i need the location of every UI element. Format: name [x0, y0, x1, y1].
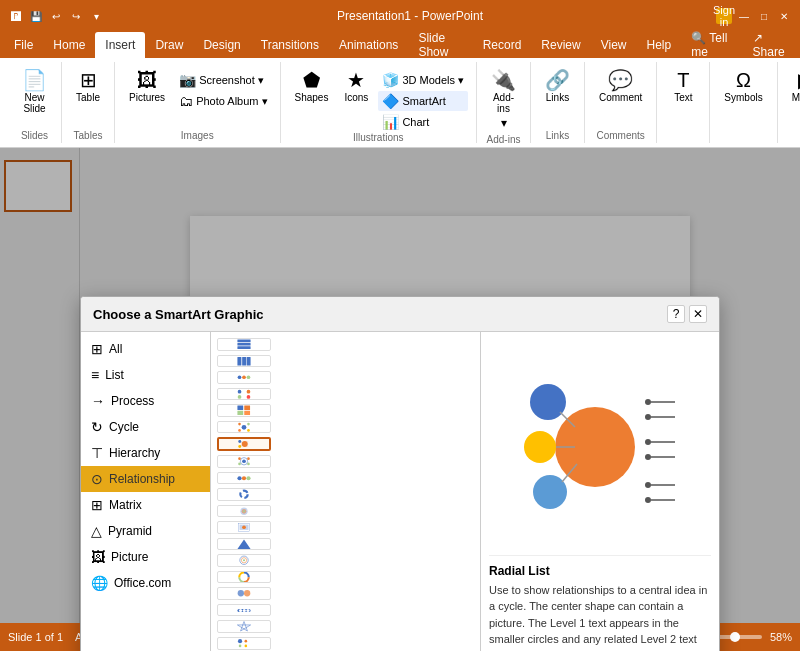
table-btn[interactable]: ⊞ Table [70, 66, 106, 107]
smartart-item-9[interactable] [217, 472, 271, 485]
icons-btn[interactable]: ★ Icons [338, 66, 374, 107]
tab-home[interactable]: Home [43, 32, 95, 58]
comment-btn[interactable]: 💬 Comment [593, 66, 648, 107]
title-bar: 🅿 💾 ↩ ↪ ▾ Presentation1 - PowerPoint Sig… [0, 0, 800, 32]
save-icon[interactable]: 💾 [28, 8, 44, 24]
cat-process[interactable]: → Process [81, 388, 210, 414]
cat-picture-icon: 🖼 [91, 549, 105, 565]
svg-rect-53 [239, 609, 242, 612]
smartart-item-13[interactable] [217, 538, 271, 551]
cat-picture[interactable]: 🖼 Picture [81, 544, 210, 570]
smartart-item-17[interactable] [217, 604, 271, 617]
svg-rect-13 [237, 406, 243, 410]
tab-help[interactable]: Help [636, 32, 681, 58]
smartart-item-18[interactable] [217, 620, 271, 633]
tab-transitions[interactable]: Transitions [251, 32, 329, 58]
tab-animations[interactable]: Animations [329, 32, 408, 58]
svg-point-45 [242, 526, 246, 530]
cat-hierarchy[interactable]: ⊤ Hierarchy [81, 440, 210, 466]
cat-relationship-icon: ⊙ [91, 471, 103, 487]
pictures-btn[interactable]: 🖼 Pictures [123, 66, 171, 107]
smartart-item-3[interactable] [217, 371, 271, 384]
smartart-btn[interactable]: 🔷 SmartArt [378, 91, 468, 111]
tab-record[interactable]: Record [473, 32, 532, 58]
cat-list[interactable]: ≡ List [81, 362, 210, 388]
new-slide-btn[interactable]: 📄 New Slide [16, 66, 53, 118]
smartart-item-4[interactable] [217, 388, 271, 401]
tab-design[interactable]: Design [193, 32, 250, 58]
dialog-close-btn[interactable]: ✕ [689, 305, 707, 323]
chart-btn[interactable]: 📊 Chart [378, 112, 468, 132]
links-btn[interactable]: 🔗 Links [539, 66, 576, 107]
smartart-item-8[interactable] [217, 455, 271, 468]
addins-group-label: Add-ins [487, 134, 521, 147]
redo-icon[interactable]: ↪ [68, 8, 84, 24]
tables-group-label: Tables [74, 130, 103, 143]
smartart-item-1[interactable] [217, 338, 271, 351]
window-controls: Sign in — □ ✕ [716, 8, 792, 24]
cat-hierarchy-icon: ⊤ [91, 445, 103, 461]
cat-cycle[interactable]: ↻ Cycle [81, 414, 210, 440]
tab-file[interactable]: File [4, 32, 43, 58]
3dmodels-btn[interactable]: 🧊 3D Models ▾ [378, 70, 468, 90]
tab-slideshow[interactable]: Slide Show [408, 32, 472, 58]
cat-officecom[interactable]: 🌐 Office.com [81, 570, 210, 596]
tab-tellme[interactable]: 🔍 Tell me [681, 32, 742, 58]
smartart-item-10[interactable] [217, 488, 271, 501]
table-icon: ⊞ [80, 70, 97, 90]
links-icon: 🔗 [545, 70, 570, 90]
smartart-item-16[interactable] [217, 587, 271, 600]
svg-rect-5 [247, 357, 251, 365]
addins-label: Add-ins [491, 92, 516, 114]
smartart-item-14[interactable] [217, 554, 271, 567]
addins-btn[interactable]: 🔌 Add-ins ▾ [485, 66, 522, 134]
tables-group-items: ⊞ Table [70, 62, 106, 130]
svg-rect-14 [244, 406, 250, 410]
svg-point-79 [645, 482, 651, 488]
media-btn[interactable]: ▶ Media [786, 66, 800, 107]
images-group-label: Images [181, 130, 214, 143]
cat-process-label: Process [111, 394, 154, 408]
smartart-item-12[interactable] [217, 521, 271, 534]
text-btn[interactable]: T Text [665, 66, 701, 107]
cat-all[interactable]: ⊞ All [81, 336, 210, 362]
cat-matrix[interactable]: ⊞ Matrix [81, 492, 210, 518]
smartart-item-15[interactable] [217, 571, 271, 584]
shapes-btn[interactable]: ⬟ Shapes [289, 66, 335, 107]
smartart-item-11[interactable] [217, 505, 271, 518]
cat-cycle-label: Cycle [109, 420, 139, 434]
preview-panel: Radial List Use to show relationships to… [481, 332, 719, 651]
ribbon-group-comments: 💬 Comment Comments [585, 62, 657, 143]
photoalbum-btn[interactable]: 🗂 Photo Album ▾ [175, 91, 271, 111]
addins-icon: 🔌 [491, 70, 516, 90]
close-btn[interactable]: ✕ [776, 8, 792, 24]
share-btn[interactable]: ↗ Share [743, 32, 796, 58]
sign-in-btn[interactable]: Sign in [716, 8, 732, 24]
smartart-item-19[interactable] [217, 637, 271, 650]
smartart-item-7[interactable] [217, 437, 271, 451]
smartart-item-2[interactable] [217, 355, 271, 368]
tab-view[interactable]: View [591, 32, 637, 58]
svg-point-42 [243, 510, 245, 512]
tab-insert[interactable]: Insert [95, 32, 145, 58]
smartart-dialog: Choose a SmartArt Graphic ? ✕ ⊞ All ≡ Li… [80, 296, 720, 651]
symbols-btn[interactable]: Ω Symbols [718, 66, 768, 107]
images-group-items: 🖼 Pictures 📷 Screenshot ▾ 🗂 Photo Album … [123, 62, 272, 130]
ribbon-group-tables: ⊞ Table Tables [62, 62, 115, 143]
tab-draw[interactable]: Draw [145, 32, 193, 58]
undo-icon[interactable]: ↩ [48, 8, 64, 24]
screenshot-btn[interactable]: 📷 Screenshot ▾ [175, 70, 271, 90]
smartart-item-6[interactable] [217, 421, 271, 434]
cat-matrix-label: Matrix [109, 498, 142, 512]
cat-pyramid[interactable]: △ Pyramid [81, 518, 210, 544]
smartart-item-5[interactable] [217, 404, 271, 417]
dialog-help-btn[interactable]: ? [667, 305, 685, 323]
cat-relationship[interactable]: ⊙ Relationship [81, 466, 210, 492]
customize-icon[interactable]: ▾ [88, 8, 104, 24]
maximize-btn[interactable]: □ [756, 8, 772, 24]
minimize-btn[interactable]: — [736, 8, 752, 24]
svg-marker-46 [237, 539, 250, 548]
screenshot-arrow: ▾ [258, 74, 264, 87]
tab-review[interactable]: Review [531, 32, 590, 58]
table-label: Table [76, 92, 100, 103]
